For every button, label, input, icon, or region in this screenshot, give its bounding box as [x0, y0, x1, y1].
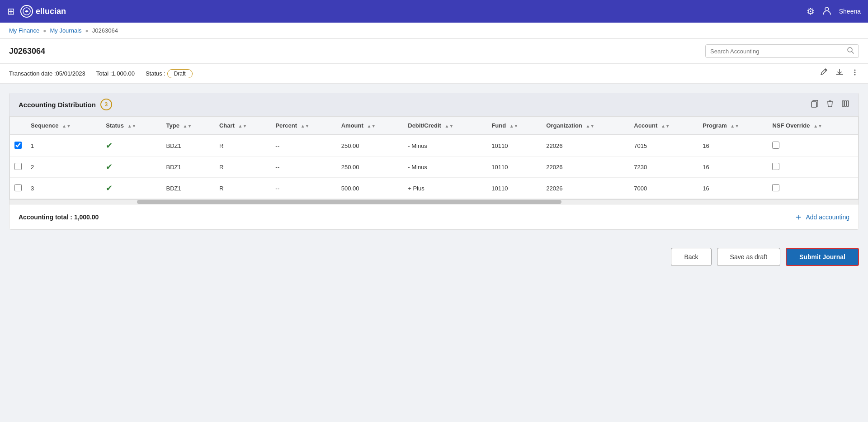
section-header: Accounting Distribution 3	[9, 93, 859, 116]
row-checkbox-cell	[10, 178, 26, 199]
delete-button[interactable]	[826, 100, 834, 110]
scroll-bar[interactable]	[9, 199, 859, 204]
save-draft-button[interactable]: Save as draft	[717, 248, 781, 266]
section-title: Accounting Distribution 3	[19, 99, 112, 110]
status-badge: Draft	[167, 69, 193, 78]
gear-icon[interactable]: ⚙	[807, 6, 815, 17]
accounting-distribution-section: Accounting Distribution 3	[9, 93, 859, 230]
header-organization[interactable]: Organization ▲▼	[542, 117, 629, 135]
cell-program: 16	[698, 178, 768, 199]
username: Sheena	[839, 8, 861, 15]
svg-rect-9	[844, 101, 846, 106]
cell-status: ✔	[101, 156, 161, 178]
meta-actions	[820, 68, 859, 79]
cell-account: 7015	[629, 135, 698, 156]
cell-type: BDZ1	[162, 178, 215, 199]
nsf-checkbox[interactable]	[772, 163, 779, 170]
sort-type-icon[interactable]: ▲▼	[183, 123, 192, 128]
table-row: 1✔BDZ1R--250.00- Minus1011022026701516	[10, 135, 858, 156]
sort-account-icon[interactable]: ▲▼	[661, 123, 670, 128]
header-chart[interactable]: Chart ▲▼	[215, 117, 271, 135]
scroll-indicator	[137, 200, 561, 204]
logo-text: ellucian	[36, 7, 66, 16]
breadcrumb-my-finance[interactable]: My Finance	[9, 27, 39, 34]
header-account[interactable]: Account ▲▼	[629, 117, 698, 135]
page-title: J0263064	[9, 47, 45, 56]
header-fund[interactable]: Fund ▲▼	[487, 117, 542, 135]
header-debit-credit[interactable]: Debit/Credit ▲▼	[403, 117, 487, 135]
svg-rect-7	[811, 102, 816, 107]
sort-sequence-icon[interactable]: ▲▼	[62, 123, 71, 128]
add-accounting-button[interactable]: ＋ Add accounting	[794, 211, 849, 223]
grid-icon[interactable]: ⊞	[7, 6, 15, 17]
columns-button[interactable]	[841, 100, 849, 110]
cell-status: ✔	[101, 178, 161, 199]
cell-nsf-override	[768, 156, 858, 178]
sort-percent-icon[interactable]: ▲▼	[301, 123, 310, 128]
row-checkbox[interactable]	[14, 163, 22, 170]
edit-button[interactable]	[820, 68, 828, 79]
svg-point-4	[854, 70, 856, 71]
header-program[interactable]: Program ▲▼	[698, 117, 768, 135]
status-check-icon: ✔	[106, 141, 113, 150]
header-amount[interactable]: Amount ▲▼	[337, 117, 404, 135]
transaction-date: Transaction date :05/01/2023	[9, 70, 85, 77]
submit-journal-button[interactable]: Submit Journal	[786, 248, 859, 266]
svg-rect-10	[847, 101, 849, 106]
header-status[interactable]: Status ▲▼	[101, 117, 161, 135]
cell-amount: 250.00	[337, 156, 404, 178]
cell-type: BDZ1	[162, 135, 215, 156]
cell-percent: --	[271, 156, 336, 178]
search-input[interactable]	[710, 48, 847, 55]
section-actions	[811, 100, 849, 110]
sort-program-icon[interactable]: ▲▼	[730, 123, 739, 128]
breadcrumb-my-journals[interactable]: My Journals	[50, 27, 81, 34]
nsf-checkbox[interactable]	[772, 184, 779, 191]
download-button[interactable]	[835, 68, 844, 79]
svg-point-5	[854, 72, 856, 73]
copy-button[interactable]	[811, 100, 819, 110]
nsf-checkbox[interactable]	[772, 142, 779, 149]
total: Total :1,000.00	[96, 70, 135, 77]
sort-status-icon[interactable]: ▲▼	[127, 123, 137, 128]
header-nsf-override[interactable]: NSF Override ▲▼	[768, 117, 858, 135]
cell-program: 16	[698, 135, 768, 156]
sort-chart-icon[interactable]: ▲▼	[238, 123, 247, 128]
row-checkbox[interactable]	[14, 142, 22, 149]
svg-point-6	[854, 74, 856, 76]
status-check-icon: ✔	[106, 162, 113, 171]
cell-account: 7230	[629, 156, 698, 178]
cell-fund: 10110	[487, 178, 542, 199]
breadcrumb-current: J0263064	[92, 27, 118, 34]
bottom-actions: Back Save as draft Submit Journal	[0, 239, 868, 275]
sort-debit-credit-icon[interactable]: ▲▼	[445, 123, 454, 128]
logo: ellucian	[20, 5, 66, 18]
header-sequence[interactable]: Sequence ▲▼	[26, 117, 101, 135]
svg-line-3	[852, 52, 854, 53]
logo-circle	[20, 5, 33, 18]
sort-fund-icon[interactable]: ▲▼	[509, 123, 519, 128]
user-icon[interactable]	[822, 5, 832, 18]
cell-status: ✔	[101, 135, 161, 156]
row-checkbox[interactable]	[14, 184, 22, 191]
sort-nsf-icon[interactable]: ▲▼	[813, 123, 822, 128]
cell-organization: 22026	[542, 178, 629, 199]
cell-fund: 10110	[487, 156, 542, 178]
table-footer: Accounting total : 1,000.00 ＋ Add accoun…	[9, 204, 859, 229]
count-badge: 3	[100, 99, 112, 110]
sort-organization-icon[interactable]: ▲▼	[585, 123, 594, 128]
table-header-row: Sequence ▲▼ Status ▲▼ Type ▲▼ Chart	[10, 117, 858, 135]
row-checkbox-cell	[10, 156, 26, 178]
cell-debit-credit: - Minus	[403, 156, 487, 178]
more-options-button[interactable]	[851, 68, 859, 79]
cell-sequence: 1	[26, 135, 101, 156]
header-percent[interactable]: Percent ▲▼	[271, 117, 336, 135]
table-row: 3✔BDZ1R--500.00+ Plus1011022026700016	[10, 178, 858, 199]
cell-organization: 22026	[542, 156, 629, 178]
cell-nsf-override	[768, 178, 858, 199]
header-type[interactable]: Type ▲▼	[162, 117, 215, 135]
sort-amount-icon[interactable]: ▲▼	[367, 123, 376, 128]
back-button[interactable]: Back	[671, 248, 711, 266]
add-icon: ＋	[794, 211, 803, 223]
cell-program: 16	[698, 156, 768, 178]
